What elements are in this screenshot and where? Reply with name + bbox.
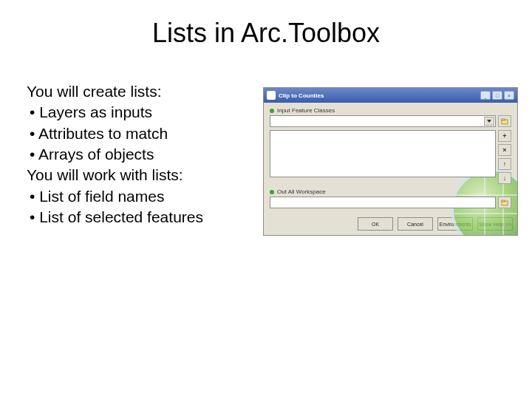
dialog-title: Clip to Counties (279, 92, 477, 99)
field-label-out-workspace: Out All Workspace (270, 188, 511, 195)
intro-line-1: You will create lists: (27, 81, 248, 102)
move-up-button[interactable]: ↑ (498, 158, 511, 170)
bullet-item: List of selected features (27, 207, 248, 228)
dialog-titlebar: Clip to Counties _ □ × (264, 88, 517, 103)
minimize-button[interactable]: _ (480, 91, 491, 100)
list-side-buttons: + × ↑ ↓ (498, 130, 511, 184)
required-dot-icon (270, 109, 274, 113)
input-features-combo[interactable] (270, 115, 496, 127)
text-column: You will create lists: Layers as inputs … (27, 81, 248, 236)
input-features-list[interactable] (270, 130, 496, 177)
close-button[interactable]: × (504, 91, 514, 100)
label-text: Out All Workspace (277, 188, 326, 195)
intro-line-2: You will work with lists: (27, 165, 248, 185)
ok-button[interactable]: OK (358, 217, 393, 231)
bullet-item: Arrays of objects (27, 144, 248, 165)
svg-rect-3 (502, 200, 505, 202)
remove-button[interactable]: × (498, 144, 511, 156)
field-label-input-features: Input Feature Classes (270, 107, 511, 114)
tool-dialog: Clip to Counties _ □ × (263, 87, 518, 236)
bullet-item: Layers as inputs (27, 102, 248, 123)
bullet-item: List of field names (27, 186, 248, 207)
move-down-button[interactable]: ↓ (498, 172, 511, 184)
dialog-app-icon (267, 91, 276, 100)
content-area: You will create lists: Layers as inputs … (0, 66, 532, 236)
window-buttons: _ □ × (480, 91, 514, 100)
required-dot-icon (270, 190, 274, 194)
label-text: Input Feature Classes (277, 107, 335, 114)
browse-button[interactable] (498, 115, 511, 127)
maximize-button[interactable]: □ (492, 91, 502, 100)
dialog-body: Input Feature Classes (264, 103, 517, 214)
browse-button[interactable] (498, 197, 511, 208)
dropdown-arrow-icon[interactable] (484, 117, 494, 126)
svg-rect-1 (502, 119, 505, 120)
screenshot-column: Clip to Counties _ □ × (248, 81, 518, 236)
bullet-item: Attributes to match (27, 123, 248, 144)
cancel-button[interactable]: Cancel (398, 217, 433, 231)
add-button[interactable]: + (498, 130, 511, 142)
slide-title: Lists in Arc.Toolbox (0, 0, 532, 66)
out-workspace-input[interactable] (270, 197, 496, 208)
